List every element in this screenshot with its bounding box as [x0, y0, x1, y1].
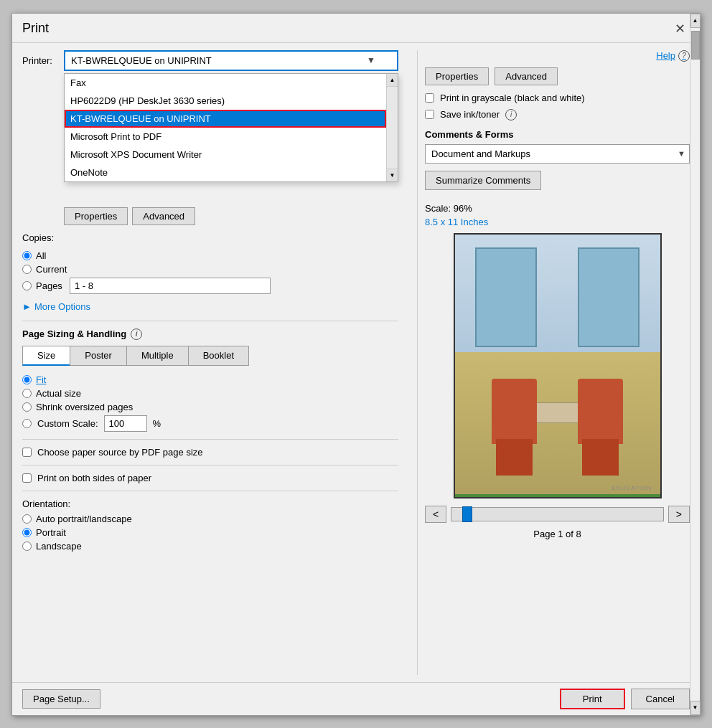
dialog-scrollbar: ▲ ▼ [690, 14, 700, 715]
printer-label: Printer: [22, 55, 64, 66]
page-setup-button[interactable]: Page Setup... [22, 689, 100, 709]
separator-2 [22, 439, 398, 440]
fit-radio[interactable] [22, 375, 32, 384]
pages-all-label: All [36, 250, 46, 261]
fit-label[interactable]: Fit [36, 374, 46, 385]
orientation-landscape-row: Landscape [22, 541, 398, 552]
printer-dropdown-inner: Fax HP6022D9 (HP DeskJet 3630 series) KT… [65, 74, 398, 181]
dropdown-item-kt-bwr[interactable]: KT-BWRELQUEUE on UNIPRINT [65, 110, 386, 128]
page-slider-thumb[interactable] [462, 506, 472, 522]
prev-page-button[interactable]: < [425, 506, 446, 523]
paper-source-row: Choose paper source by PDF page size [22, 447, 398, 458]
preview-window-left [475, 247, 537, 347]
close-button[interactable]: ✕ [670, 21, 690, 37]
separator-1 [22, 321, 398, 321]
dropdown-item-hp6022[interactable]: HP6022D9 (HP DeskJet 3630 series) [65, 92, 386, 110]
pages-current-row: Current [22, 264, 398, 275]
custom-scale-label: Custom Scale: [37, 418, 98, 429]
orientation-portrait-radio[interactable] [22, 528, 32, 537]
page-sizing-info-icon[interactable]: i [131, 328, 142, 340]
preview-window-right [578, 247, 640, 347]
advanced-right-button[interactable]: Advanced [495, 67, 558, 85]
sizing-poster-button[interactable]: Poster [70, 346, 126, 366]
comments-forms-select[interactable]: Document and Markups Document Document a… [425, 144, 690, 164]
ink-checkbox[interactable] [425, 110, 434, 119]
preview-area: EDUCATION [454, 233, 662, 498]
orientation-portrait-label: Portrait [36, 527, 66, 538]
sizing-booklet-button[interactable]: Booklet [188, 346, 249, 366]
pages-pages-row: Pages [22, 278, 398, 294]
scroll-up-icon[interactable]: ▲ [690, 14, 701, 28]
help-row: Help ? [425, 50, 690, 62]
pages-all-radio[interactable] [22, 251, 32, 260]
sizing-size-button[interactable]: Size [22, 346, 70, 366]
dropdown-scroll-up-icon[interactable]: ▲ [387, 74, 398, 87]
paper-source-checkbox[interactable] [22, 448, 32, 457]
right-panel: Help ? Properties Advanced Print in gray… [417, 50, 690, 675]
dropdown-item-onenote[interactable]: OneNote [65, 164, 386, 181]
dropdown-item-ms-pdf[interactable]: Microsoft Print to PDF [65, 128, 386, 146]
separator-4 [22, 491, 398, 491]
ink-info-icon: i [505, 109, 517, 120]
orientation-landscape-radio[interactable] [22, 542, 32, 551]
dropdown-item-ms-xps[interactable]: Microsoft XPS Document Writer [65, 146, 386, 164]
scroll-thumb[interactable] [691, 31, 700, 60]
properties-button[interactable]: Properties [64, 207, 128, 225]
paper-source-label: Choose paper source by PDF page size [37, 447, 203, 458]
more-options-row[interactable]: ► More Options [22, 301, 398, 312]
print-button[interactable]: Print [560, 689, 625, 709]
pages-current-radio[interactable] [22, 265, 32, 274]
scroll-down-icon[interactable]: ▼ [690, 701, 701, 715]
help-icon: ? [678, 50, 690, 62]
sizing-multiple-button[interactable]: Multiple [126, 346, 188, 366]
comments-forms-title: Comments & Forms [425, 129, 690, 140]
next-page-button[interactable]: > [668, 506, 690, 523]
page-slider[interactable] [451, 507, 664, 521]
dialog-footer: Page Setup... Print Cancel [12, 682, 700, 715]
pages-input[interactable] [70, 278, 271, 294]
page-count: Page 1 of 8 [425, 529, 690, 539]
comments-forms-select-wrapper: Document and Markups Document Document a… [425, 144, 690, 164]
comments-section: Comments & Forms Document and Markups Do… [425, 129, 690, 197]
custom-scale-input[interactable] [104, 415, 147, 432]
properties-right-button[interactable]: Properties [425, 67, 489, 85]
print-dialog: Print ✕ Printer: KT-BWRELQUEUE on UNIPRI… [11, 13, 701, 716]
printer-dropdown-arrow-icon: ▼ [367, 55, 375, 65]
footer-right: Print Cancel [560, 689, 690, 709]
shrink-radio[interactable] [22, 402, 32, 412]
grayscale-label: Print in grayscale (black and white) [440, 93, 585, 103]
ink-toner-row: Save ink/toner i [425, 109, 690, 120]
help-link[interactable]: Help ? [656, 50, 690, 62]
dropdown-scroll-track [387, 87, 398, 169]
orientation-landscape-label: Landscape [36, 541, 82, 552]
summarize-comments-button[interactable]: Summarize Comments [425, 171, 541, 190]
grayscale-checkbox[interactable] [425, 93, 434, 103]
both-sides-checkbox[interactable] [22, 473, 32, 483]
actual-size-radio[interactable] [22, 389, 32, 398]
dropdown-scroll-down-icon[interactable]: ▼ [387, 169, 398, 181]
pages-pages-radio[interactable] [22, 281, 32, 290]
custom-scale-row: Custom Scale: % [22, 415, 398, 432]
pages-pages-label: Pages [36, 280, 62, 291]
printer-dropdown-scroll-area: Fax HP6022D9 (HP DeskJet 3630 series) KT… [65, 74, 398, 181]
grayscale-row: Print in grayscale (black and white) [425, 93, 690, 103]
dialog-body: Printer: KT-BWRELQUEUE on UNIPRINT ▼ Fax… [12, 43, 700, 682]
cancel-button[interactable]: Cancel [631, 689, 690, 709]
preview-floor [455, 352, 660, 496]
printer-select-button[interactable]: KT-BWRELQUEUE on UNIPRINT ▼ [64, 50, 398, 71]
preview-green-bar [455, 494, 660, 497]
preview-chair-right [578, 379, 623, 445]
orientation-auto-radio[interactable] [22, 514, 32, 524]
scale-row: Scale: 96% [425, 203, 690, 214]
scale-label: Scale: 96% [425, 203, 472, 214]
dropdown-item-fax[interactable]: Fax [65, 74, 386, 92]
page-sizing-title: Page Sizing & Handling [22, 328, 126, 339]
actual-size-label: Actual size [36, 388, 81, 399]
page-size-label: 8.5 x 11 Inches [425, 217, 690, 227]
custom-scale-radio[interactable] [22, 419, 32, 428]
copies-row: Copies: [22, 232, 398, 243]
advanced-button[interactable]: Advanced [132, 207, 195, 225]
sizing-buttons: Size Poster Multiple Booklet [22, 346, 398, 366]
pages-section: All Current Pages [22, 250, 398, 294]
more-options-arrow-icon: ► [22, 301, 32, 312]
